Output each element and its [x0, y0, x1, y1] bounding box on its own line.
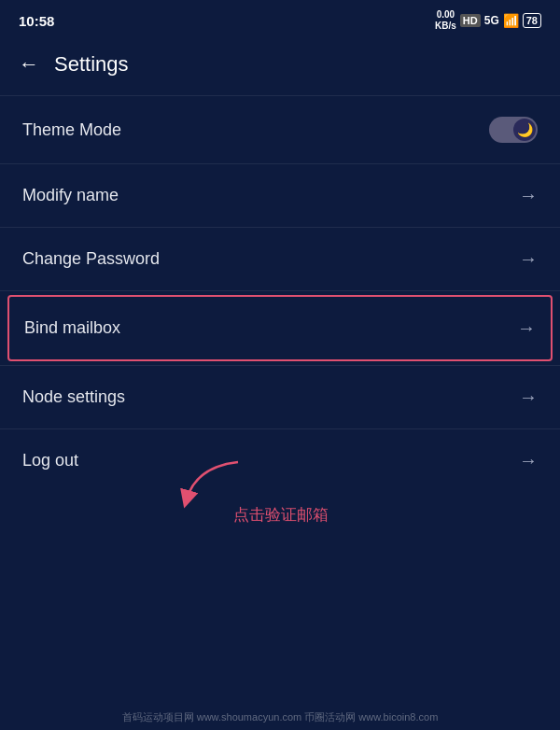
wifi-icon: 📶 — [503, 13, 519, 28]
theme-mode-label: Theme Mode — [22, 120, 121, 140]
divider-3 — [0, 290, 560, 291]
toggle-thumb: 🌙 — [513, 119, 536, 141]
back-button[interactable]: ← — [19, 52, 39, 77]
node-settings-label: Node settings — [22, 387, 125, 407]
settings-item-modify-name[interactable]: Modify name → — [0, 164, 560, 227]
theme-mode-toggle[interactable]: 🌙 — [489, 117, 538, 143]
chevron-modify-name-icon: → — [519, 185, 538, 206]
network-badge: 5G — [484, 14, 499, 27]
watermark: 首码运动项目网 www.shoumacyun.com 币圈活动网 www.bic… — [0, 710, 560, 724]
settings-item-log-out[interactable]: Log out → — [0, 429, 560, 492]
log-out-label: Log out — [22, 451, 78, 470]
chevron-change-password-icon: → — [519, 248, 538, 270]
change-password-label: Change Password — [22, 249, 160, 269]
chevron-node-settings-icon: → — [519, 386, 538, 408]
status-bar: 10:58 0.00KB/s HD 5G 📶 78 — [0, 0, 560, 37]
settings-item-bind-mailbox[interactable]: Bind mailbox → — [7, 295, 553, 361]
hd-badge: HD — [460, 14, 481, 27]
settings-item-change-password[interactable]: Change Password → — [0, 228, 560, 290]
speed-indicator: 0.00KB/s — [435, 9, 456, 32]
settings-list: Theme Mode 🌙 Modify name → Change Passwo… — [0, 96, 560, 492]
annotation-text: 点击验证邮箱 — [233, 504, 329, 526]
modify-name-label: Modify name — [22, 186, 119, 205]
moon-icon: 🌙 — [517, 122, 533, 137]
settings-item-node-settings[interactable]: Node settings → — [0, 366, 560, 428]
status-time: 10:58 — [19, 13, 54, 29]
chevron-log-out-icon: → — [519, 450, 538, 471]
battery-indicator: 78 — [523, 13, 541, 28]
header: ← Settings — [0, 37, 560, 95]
status-icons: 0.00KB/s HD 5G 📶 78 — [435, 9, 541, 32]
chevron-bind-mailbox-icon: → — [517, 317, 536, 339]
toggle-track: 🌙 — [489, 117, 538, 143]
settings-item-theme-mode[interactable]: Theme Mode 🌙 — [0, 96, 560, 163]
bind-mailbox-label: Bind mailbox — [24, 318, 120, 338]
page-title: Settings — [54, 52, 129, 77]
